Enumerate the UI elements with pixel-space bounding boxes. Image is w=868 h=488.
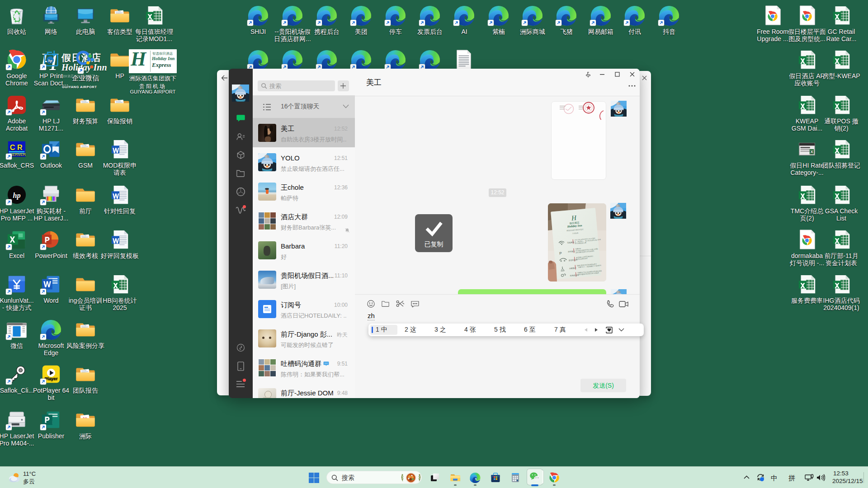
svg-text:P: P: [559, 251, 562, 255]
